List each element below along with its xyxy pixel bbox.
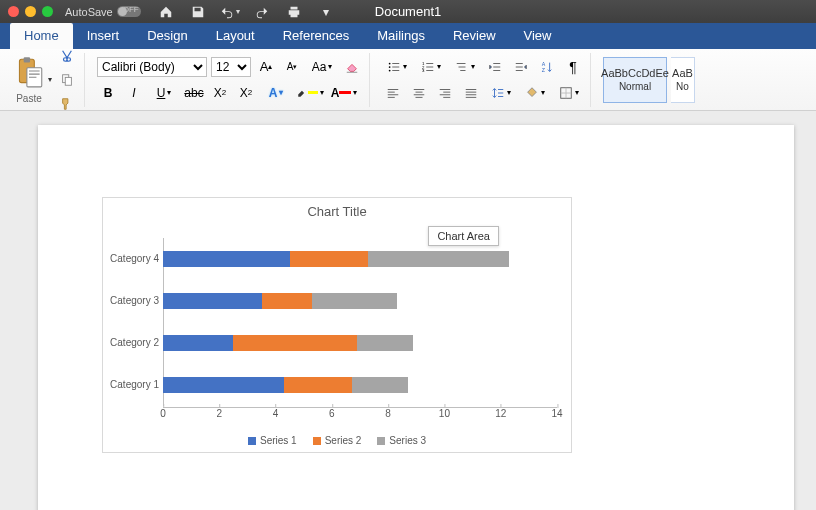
tab-references[interactable]: References [269, 23, 363, 49]
chart-bar-segment[interactable] [163, 377, 284, 393]
mac-titlebar: AutoSave OFF ▾ ▾ Document1 [0, 0, 816, 23]
chart-x-axis: 02468101214 [163, 408, 557, 424]
multilevel-list-button[interactable]: ▾ [450, 57, 480, 77]
font-family-select[interactable]: Calibri (Body) [97, 57, 207, 77]
chart-bar-segment[interactable] [163, 335, 233, 351]
chart-bar-segment[interactable] [233, 335, 357, 351]
chart-category-label: Category 1 [109, 379, 159, 390]
tab-mailings[interactable]: Mailings [363, 23, 439, 49]
font-size-select[interactable]: 12 [211, 57, 251, 77]
sort-button[interactable]: AZ [536, 57, 558, 77]
borders-button[interactable]: ▾ [554, 83, 584, 103]
document-title: Document1 [375, 4, 441, 19]
line-spacing-button[interactable]: ▾ [486, 83, 516, 103]
tab-insert[interactable]: Insert [73, 23, 134, 49]
tab-layout[interactable]: Layout [202, 23, 269, 49]
paste-icon[interactable] [12, 55, 46, 89]
chart-bar-segment[interactable] [163, 251, 290, 267]
bullets-button[interactable]: ▾ [382, 57, 412, 77]
increase-indent-button[interactable] [510, 57, 532, 77]
chart-object[interactable]: Chart Title Chart Area Category 1Categor… [102, 197, 572, 453]
svg-rect-4 [65, 77, 71, 85]
copy-icon[interactable] [56, 70, 78, 90]
chart-legend-item[interactable]: Series 2 [313, 435, 362, 446]
autosave-label: AutoSave [65, 6, 113, 18]
align-right-button[interactable] [434, 83, 456, 103]
chart-category-label: Category 3 [109, 295, 159, 306]
decrease-indent-button[interactable] [484, 57, 506, 77]
chart-bar-segment[interactable] [262, 293, 313, 309]
superscript-button[interactable]: X2 [235, 83, 257, 103]
cut-icon[interactable] [56, 46, 78, 66]
tab-view[interactable]: View [510, 23, 566, 49]
print-icon[interactable] [283, 2, 305, 22]
svg-point-6 [389, 66, 391, 68]
change-case-button[interactable]: Aa▾ [307, 57, 337, 77]
autosave-toggle[interactable]: AutoSave OFF [65, 6, 141, 18]
group-font: Calibri (Body) 12 A▴ A▾ Aa▾ B I U▾ abc X… [91, 53, 370, 107]
font-color-button[interactable]: A▾ [329, 83, 359, 103]
svg-rect-1 [24, 57, 30, 62]
workspace[interactable]: Chart Title Chart Area Category 1Categor… [0, 111, 816, 510]
chart-bar-segment[interactable] [368, 251, 509, 267]
shrink-font-button[interactable]: A▾ [281, 57, 303, 77]
chart-legend-label: Series 1 [260, 435, 297, 446]
chart-x-tick: 10 [439, 408, 450, 419]
justify-button[interactable] [460, 83, 482, 103]
chart-x-tick: 12 [495, 408, 506, 419]
chart-plot-area[interactable]: Category 1Category 2Category 3Category 4 [163, 238, 557, 406]
chart-bar-segment[interactable] [284, 377, 352, 393]
underline-button[interactable]: U▾ [149, 83, 179, 103]
highlight-button[interactable]: ▾ [295, 83, 325, 103]
align-center-button[interactable] [408, 83, 430, 103]
window-minimize-dot[interactable] [25, 6, 36, 17]
grow-font-button[interactable]: A▴ [255, 57, 277, 77]
chart-legend-swatch [377, 437, 385, 445]
chart-bar-segment[interactable] [352, 377, 408, 393]
numbering-button[interactable]: 123▾ [416, 57, 446, 77]
chart-legend-item[interactable]: Series 3 [377, 435, 426, 446]
shading-button[interactable]: ▾ [520, 83, 550, 103]
group-paragraph: ▾ 123▾ ▾ AZ ¶ ▾ ▾ ▾ [376, 53, 591, 107]
save-icon[interactable] [187, 2, 209, 22]
undo-icon[interactable]: ▾ [219, 2, 241, 22]
ribbon-tabs: Home Insert Design Layout References Mai… [0, 23, 816, 49]
chart-legend-item[interactable]: Series 1 [248, 435, 297, 446]
svg-point-5 [389, 62, 391, 64]
chart-category-row: Category 3 [163, 293, 557, 309]
group-styles: AaBbCcDdEe Normal AaB No [597, 53, 695, 107]
chart-x-tick: 0 [160, 408, 166, 419]
tab-review[interactable]: Review [439, 23, 510, 49]
svg-point-7 [389, 69, 391, 71]
ribbon: Paste ▾ Calibri (Body) 12 A▴ A▾ Aa▾ B I … [0, 49, 816, 111]
subscript-button[interactable]: X2 [209, 83, 231, 103]
text-effects-button[interactable]: A▾ [261, 83, 291, 103]
qat-customize-icon[interactable]: ▾ [315, 2, 337, 22]
bold-button[interactable]: B [97, 83, 119, 103]
chart-bar-segment[interactable] [163, 293, 262, 309]
chart-category-row: Category 1 [163, 377, 557, 393]
redo-icon[interactable] [251, 2, 273, 22]
align-left-button[interactable] [382, 83, 404, 103]
chart-bar-segment[interactable] [312, 293, 396, 309]
chart-bar-segment[interactable] [290, 251, 369, 267]
chart-bar-segment[interactable] [357, 335, 413, 351]
clear-formatting-button[interactable] [341, 57, 363, 77]
group-clipboard: Paste ▾ [6, 53, 85, 107]
qat-home-icon[interactable] [155, 2, 177, 22]
style-normal[interactable]: AaBbCcDdEe Normal [603, 57, 667, 103]
document-page[interactable]: Chart Title Chart Area Category 1Categor… [38, 125, 794, 510]
window-close-dot[interactable] [8, 6, 19, 17]
chart-legend[interactable]: Series 1Series 2Series 3 [103, 435, 571, 446]
chart-title[interactable]: Chart Title [103, 198, 571, 219]
autosave-switch[interactable]: OFF [117, 6, 141, 17]
svg-text:3: 3 [422, 68, 425, 73]
tab-design[interactable]: Design [133, 23, 201, 49]
italic-button[interactable]: I [123, 83, 145, 103]
format-painter-icon[interactable] [56, 94, 78, 114]
window-zoom-dot[interactable] [42, 6, 53, 17]
chart-x-tick: 8 [385, 408, 391, 419]
show-marks-button[interactable]: ¶ [562, 57, 584, 77]
style-no-spacing[interactable]: AaB No [671, 57, 695, 103]
strikethrough-button[interactable]: abc [183, 83, 205, 103]
